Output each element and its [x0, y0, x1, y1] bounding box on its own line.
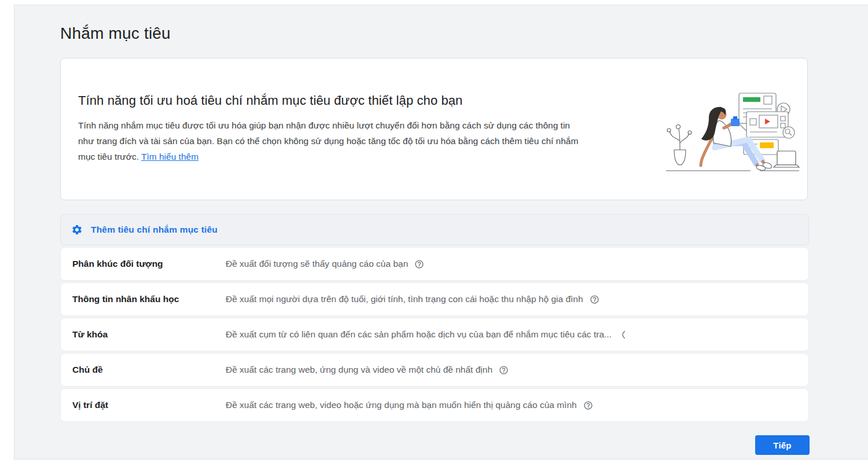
next-button[interactable]: Tiếp	[755, 435, 810, 455]
laptop	[774, 151, 799, 167]
row-demographics[interactable]: Thông tin nhân khẩu học Đề xuất mọi ngườ…	[60, 282, 809, 316]
help-circle-icon[interactable]	[583, 400, 593, 410]
help-circle-icon[interactable]	[499, 365, 509, 375]
row-label: Thông tin nhân khẩu học	[72, 294, 226, 304]
info-card-body: Tính năng nhắm mục tiêu được tối ưu hóa …	[78, 117, 578, 164]
flower-vase	[667, 125, 692, 166]
row-label: Phân khúc đối tượng	[72, 259, 226, 269]
woman-targeting-illustration	[664, 90, 803, 175]
row-description: Đề xuất mọi người dựa trên độ tuổi, giới…	[226, 294, 808, 304]
wireframe-card-video	[746, 112, 788, 137]
help-circle-icon[interactable]	[414, 259, 424, 269]
row-label: Từ khóa	[72, 329, 226, 340]
row-description: Đề xuất các trang web, video hoặc ứng dụ…	[226, 400, 808, 410]
row-audience-segments[interactable]: Phân khúc đối tượng Đề xuất đối tượng sẽ…	[60, 247, 809, 281]
help-circle-icon-clipped[interactable]	[621, 330, 625, 340]
info-body-line: mục tiêu trước. Tìm hiểu thêm	[78, 149, 578, 164]
gear-icon	[71, 224, 83, 236]
optimized-targeting-info-card: Tính năng tối ưu hoá tiêu chí nhắm mục t…	[60, 58, 808, 200]
help-circle-icon[interactable]	[590, 295, 599, 304]
info-body-line-text: mục tiêu trước.	[78, 152, 139, 161]
add-targeting-criteria-button[interactable]: Thêm tiêu chí nhắm mục tiêu	[60, 214, 809, 245]
row-description: Đề xuất các trang web, ứng dụng và video…	[226, 365, 808, 375]
page-title: Nhắm mục tiêu	[60, 24, 171, 43]
row-placements[interactable]: Vị trí đặt Đề xuất các trang web, video …	[60, 388, 809, 422]
row-description: Đề xuất đối tượng sẽ thấy quảng cáo của …	[226, 259, 808, 269]
info-card-heading: Tính năng tối ưu hoá tiêu chí nhắm mục t…	[78, 93, 462, 108]
row-keywords[interactable]: Từ khóa Đề xuất cụm từ có liên quan đến …	[60, 318, 809, 351]
row-description: Đề xuất cụm từ có liên quan đến các sản …	[226, 329, 808, 340]
row-topics[interactable]: Chủ đề Đề xuất các trang web, ứng dụng v…	[60, 353, 809, 387]
info-body-line: như trang đích và tài sản của bạn. Bạn c…	[78, 133, 578, 149]
row-label: Chủ đề	[72, 365, 226, 375]
magnifier-circle-icon	[783, 127, 795, 138]
row-label: Vị trí đặt	[72, 400, 226, 410]
info-body-line: Tính năng nhắm mục tiêu được tối ưu hóa …	[78, 117, 578, 133]
add-targeting-criteria-label: Thêm tiêu chí nhắm mục tiêu	[91, 225, 218, 235]
learn-more-link[interactable]: Tìm hiểu thêm	[141, 152, 198, 161]
targeting-criteria-list: Phân khúc đối tượng Đề xuất đối tượng sẽ…	[60, 247, 809, 424]
